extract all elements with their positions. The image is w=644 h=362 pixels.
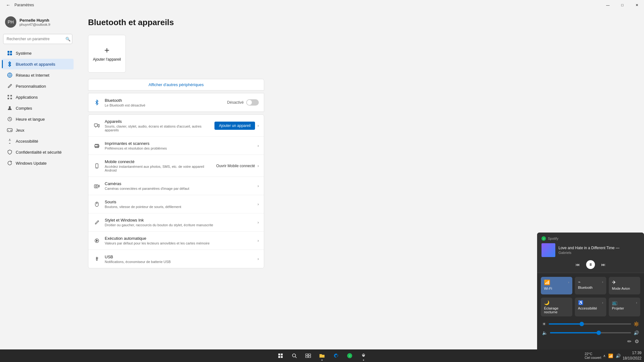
- qs-bt-arrow-icon[interactable]: ›: [602, 280, 603, 284]
- svg-rect-11: [10, 98, 12, 99]
- network-icon[interactable]: 📶: [608, 354, 613, 358]
- sidebar-item-windowsupdate[interactable]: Windows Update: [2, 158, 74, 168]
- spotify-next-button[interactable]: ⏭: [601, 262, 606, 267]
- mobile-text: Mobile connecté Accédez instantanément a…: [105, 159, 212, 172]
- titlebar: ← Paramètres — □ ✕: [0, 0, 644, 10]
- minimize-button[interactable]: —: [601, 0, 615, 10]
- add-device-card[interactable]: + Ajouter l'appareil: [88, 35, 126, 73]
- close-button[interactable]: ✕: [630, 0, 644, 10]
- usb-item[interactable]: USB Notifications, économiseur de batter…: [88, 250, 264, 268]
- sidebar-item-bluetooth[interactable]: Bluetooth et appareils: [2, 59, 74, 69]
- sidebar-item-accessibilite[interactable]: Accessibilité: [2, 136, 74, 146]
- taskbar: ♪ 22°C Ciel couvert ∧ 📶 🔊 17:39 18/10/20…: [0, 349, 644, 362]
- imprimantes-subtitle: Préférences et résolution des problèmes: [105, 146, 253, 150]
- mobile-chevron: ›: [258, 164, 259, 168]
- taskbar-search-button[interactable]: [288, 350, 301, 362]
- qs-tile-avion[interactable]: ✈ Mode Avion: [609, 277, 640, 294]
- taskbar-settings-button[interactable]: [357, 350, 370, 362]
- back-icon: ←: [6, 3, 10, 8]
- wifi-icon: 📶: [544, 279, 550, 285]
- volume-slider[interactable]: [550, 332, 631, 333]
- open-mobile-button[interactable]: Ouvrir Mobile connecté: [216, 164, 255, 168]
- sidebar-item-heure[interactable]: Heure et langue: [2, 114, 74, 124]
- volume-slider-row: 🔈 🔊: [541, 328, 640, 337]
- qs-tile-eclairage[interactable]: 🌙 Éclairage nocturne: [541, 298, 572, 316]
- search-input[interactable]: [3, 34, 72, 44]
- system-tray-icon[interactable]: ∧: [603, 354, 606, 358]
- spotify-play-pause-button[interactable]: ⏸: [586, 260, 595, 269]
- sidebar-item-reseau[interactable]: Réseau et Internet: [2, 70, 74, 80]
- stylet-item[interactable]: Stylet et Windows Ink Droitier ou gauche…: [88, 213, 264, 232]
- svg-rect-36: [281, 354, 283, 355]
- volume-right-icon[interactable]: 🔊: [634, 330, 639, 335]
- appareils-item[interactable]: Appareils Souris, clavier, stylet, audio…: [88, 115, 264, 137]
- qs-tile-acc[interactable]: ♿ › Accessibilité: [575, 298, 606, 316]
- ajouter-appareil-button[interactable]: Ajouter un appareil: [214, 122, 255, 130]
- sidebar-item-confidentialite[interactable]: Confidentialité et sécurité: [2, 147, 74, 157]
- bluetooth-toggle[interactable]: [246, 99, 259, 106]
- qs-tile-projeter[interactable]: 📺 › Projeter: [609, 298, 640, 316]
- back-button[interactable]: ←: [4, 1, 13, 9]
- add-device-plus-icon: +: [104, 46, 109, 55]
- spotify-prev-button[interactable]: ⏮: [575, 262, 580, 267]
- qs-projeter-arrow-icon[interactable]: ›: [636, 301, 637, 304]
- quick-settings: 📶 › Wi-Fi ⌁ › Bluetooth ✈ Mode Avion: [537, 273, 644, 349]
- show-more-bar[interactable]: Afficher d'autres périphériques: [88, 79, 264, 90]
- spotify-logo-icon: ♪: [541, 236, 546, 241]
- imprimantes-item[interactable]: Imprimantes et scanners Préférences et r…: [88, 137, 264, 155]
- qs-acc-arrow-icon[interactable]: ›: [602, 301, 603, 304]
- avion-icon: ✈: [612, 279, 616, 285]
- appareils-subtitle: Souris, clavier, stylet, audio, écrans e…: [105, 124, 210, 132]
- maximize-button[interactable]: □: [615, 0, 630, 10]
- qs-settings-button[interactable]: ⚙: [635, 338, 639, 344]
- execution-title: Exécution automatique: [105, 236, 253, 241]
- appareils-title: Appareils: [105, 119, 210, 124]
- windowsupdate-icon: [7, 160, 13, 166]
- taskbar-explorer-button[interactable]: [316, 350, 328, 362]
- usb-title: USB: [105, 255, 253, 259]
- usb-right: ›: [258, 257, 259, 261]
- taskbar-taskview-button[interactable]: [302, 350, 314, 362]
- volume-taskbar-icon[interactable]: 🔊: [616, 354, 621, 358]
- appareils-right: Ajouter un appareil ›: [214, 122, 259, 130]
- wifi-arrow-icon[interactable]: ›: [568, 281, 569, 284]
- appareils-icon: [93, 122, 100, 129]
- brightness-slider[interactable]: [549, 323, 631, 325]
- bluetooth-section: Bluetooth Le Bluetooth est désactivé Dés…: [88, 93, 264, 112]
- cameras-item[interactable]: Caméras Caméras connectées et paramètres…: [88, 177, 264, 195]
- qs-tile-wifi[interactable]: 📶 › Wi-Fi: [541, 277, 572, 294]
- execution-item[interactable]: Exécution automatique Valeurs par défaut…: [88, 232, 264, 250]
- taskbar-start-button[interactable]: [274, 350, 287, 362]
- avatar: PH: [5, 16, 16, 28]
- bluetooth-item[interactable]: Bluetooth Le Bluetooth est désactivé Dés…: [88, 93, 264, 112]
- usb-icon: [93, 255, 100, 262]
- qs-eclairage-top: 🌙: [544, 300, 569, 305]
- taskbar-edge-button[interactable]: [330, 350, 342, 362]
- sidebar-item-jeux[interactable]: Jeux: [2, 125, 74, 135]
- qs-tile-bluetooth[interactable]: ⌁ › Bluetooth: [575, 277, 606, 294]
- souris-text: Souris Boutons, vitesse de pointeur de s…: [105, 200, 253, 209]
- mobile-item[interactable]: Mobile connecté Accédez instantanément a…: [88, 155, 264, 177]
- svg-rect-35: [278, 354, 280, 355]
- brightness-right-icon[interactable]: 🔆: [634, 321, 639, 326]
- sidebar-item-applications[interactable]: Applications: [2, 92, 74, 102]
- svg-rect-0: [8, 51, 9, 53]
- stylet-chevron: ›: [258, 220, 259, 225]
- svg-point-39: [292, 354, 296, 357]
- sidebar-item-comptes[interactable]: Comptes: [2, 103, 74, 113]
- imprimantes-text: Imprimantes et scanners Préférences et r…: [105, 141, 253, 150]
- weather-desc: Ciel couvert: [585, 356, 601, 359]
- sidebar-item-systeme[interactable]: Système: [2, 48, 74, 58]
- search-button[interactable]: 🔍: [65, 37, 70, 41]
- taskbar-clock[interactable]: 17:39 18/10/2022: [623, 350, 641, 361]
- sidebar-label-confidentialite: Confidentialité et sécurité: [16, 150, 62, 155]
- taskbar-time-display: 17:39: [623, 350, 641, 356]
- qs-projeter-label: Projeter: [612, 306, 637, 310]
- svg-rect-14: [7, 129, 12, 132]
- qs-edit-button[interactable]: ✏: [627, 338, 631, 344]
- volume-icon: 🔈: [542, 330, 547, 335]
- sidebar-item-perso[interactable]: Personnalisation: [2, 81, 74, 91]
- imprimantes-icon: [93, 142, 100, 149]
- taskbar-spotify-button[interactable]: ♪: [343, 350, 356, 362]
- souris-item[interactable]: Souris Boutons, vitesse de pointeur de s…: [88, 195, 264, 213]
